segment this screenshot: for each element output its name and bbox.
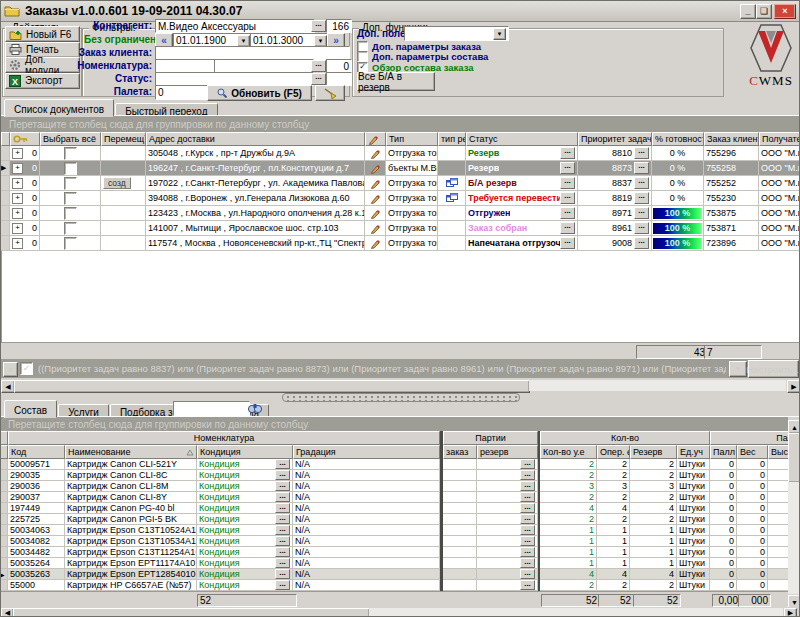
status-picker-button[interactable]: ... <box>311 73 326 85</box>
item-cell-height[interactable] <box>768 514 788 525</box>
item-cell-qty[interactable]: 1 <box>540 558 597 569</box>
item-cell-height[interactable] <box>768 547 788 558</box>
order-cell-ready[interactable]: 0 % <box>652 176 704 191</box>
item-cell-unit[interactable]: Штуки <box>677 492 710 503</box>
orders-hscroll-thumb[interactable] <box>14 380 530 393</box>
condition-picker-button[interactable]: ... <box>275 492 290 502</box>
orders-column-header-ready[interactable]: % готовности <box>652 132 704 146</box>
order-cell-address[interactable]: 141007 , Мытищи , Ярославское шос. стр.1… <box>146 221 365 236</box>
item-cell-party_order[interactable] <box>443 580 477 591</box>
row-checkbox[interactable] <box>64 177 77 190</box>
item-cell-oper[interactable]: 1 <box>597 525 630 536</box>
item-cell-code[interactable]: 50034082 <box>8 536 65 547</box>
order-cell-indicator[interactable] <box>1 146 10 161</box>
item-row[interactable]: 50034482Картридж Epson C13T11254A10Конди… <box>0 547 788 558</box>
item-cell-name[interactable]: Картридж Canon PG-40 bl <box>65 503 197 514</box>
order-cell-indicator[interactable] <box>1 206 10 221</box>
item-cell-weight[interactable]: 0 <box>737 580 768 591</box>
item-cell-weight[interactable]: 0 <box>737 492 768 503</box>
items-column-header-grad[interactable]: Градация <box>293 445 440 459</box>
order-cell-priority[interactable]: 8810... <box>578 146 652 161</box>
item-cell-pall[interactable]: 0 <box>710 514 737 525</box>
item-cell-cond[interactable]: Кондиция... <box>197 547 293 558</box>
status-picker-button[interactable]: ... <box>560 237 575 249</box>
item-cell-height[interactable] <box>768 580 788 591</box>
order-row[interactable]: +0123423 , г.Москва , ул.Народного ополч… <box>1 206 799 221</box>
item-cell-indicator[interactable] <box>0 481 8 492</box>
item-cell-pall[interactable]: 0 <box>710 525 737 536</box>
orders-column-header-restype[interactable]: тип рез <box>438 132 466 146</box>
priority-picker-button[interactable]: ... <box>634 147 649 159</box>
item-row[interactable]: 197449Картридж Canon PG-40 blКондиция...… <box>0 503 788 514</box>
order-cell-address[interactable]: 305048 , г.Курск , пр-т Дружбы д.9А <box>146 146 365 161</box>
priority-picker-button[interactable]: ... <box>634 222 649 234</box>
item-cell-pall[interactable]: 0 <box>710 580 737 591</box>
party-reserve-picker-button[interactable]: ... <box>520 514 535 524</box>
checkbox-unchecked[interactable] <box>357 41 368 52</box>
items-column-header-res[interactable]: Резерв <box>630 445 677 459</box>
scroll-right-icon[interactable]: ▶ <box>787 380 800 393</box>
status-picker-button[interactable]: ... <box>560 192 575 204</box>
item-cell-party_order[interactable] <box>443 569 477 580</box>
items-vscroll-thumb[interactable] <box>788 433 800 483</box>
item-cell-height[interactable] <box>768 492 788 503</box>
party-reserve-picker-button[interactable]: ... <box>520 547 535 557</box>
order-cell-restype[interactable] <box>438 161 466 176</box>
item-row[interactable]: 225725Картридж Canon PGI-5 BKКондиция...… <box>0 514 788 525</box>
order-cell-address[interactable]: 123423 , г.Москва , ул.Народного ополчен… <box>146 206 365 221</box>
item-cell-weight[interactable]: 0 <box>737 459 768 470</box>
pencil-icon[interactable] <box>370 223 381 234</box>
order-cell-status[interactable]: Отгружен... <box>466 206 578 221</box>
item-cell-indicator[interactable] <box>0 514 8 525</box>
order-cell-indicator[interactable]: ▶ <box>1 161 10 176</box>
item-cell-oper[interactable]: 2 <box>597 492 630 503</box>
contragent-input[interactable]: М.Видео Аксессуары <box>155 19 315 33</box>
orders-column-header-order[interactable]: Заказ клиента <box>704 132 759 146</box>
item-cell-indicator[interactable] <box>0 558 8 569</box>
pallet-input[interactable]: 0 <box>155 85 211 100</box>
item-cell-cond[interactable]: Кондиция... <box>197 470 293 481</box>
status-input[interactable] <box>155 72 314 86</box>
order-cell-status[interactable]: Требуется перевести в резерв... <box>466 191 578 206</box>
contragent-picker-button[interactable]: ... <box>311 20 326 32</box>
item-cell-indicator[interactable] <box>0 536 8 547</box>
row-expander-icon[interactable]: + <box>12 178 23 189</box>
row-checkbox[interactable] <box>64 207 77 220</box>
cascade-windows-icon[interactable] <box>446 193 458 203</box>
item-cell-res[interactable]: 1 <box>630 536 677 547</box>
order-row[interactable]: +0созд197022 , г.Санкт-Петербург , ул. А… <box>1 176 799 191</box>
priority-picker-button[interactable]: ... <box>634 162 649 174</box>
items-column-header-weight[interactable]: Вес <box>737 445 768 459</box>
checkbox-unchecked[interactable] <box>357 51 368 62</box>
item-cell-party_order[interactable] <box>443 481 477 492</box>
item-cell-name[interactable]: Картридж Epson C13T10534A10 <box>65 536 197 547</box>
item-cell-party_order[interactable] <box>443 558 477 569</box>
items-group-header-qty[interactable]: Кол-во <box>540 431 710 445</box>
item-cell-code[interactable]: 55000 <box>8 580 65 591</box>
condition-picker-button[interactable]: ... <box>275 536 290 546</box>
find-button[interactable] <box>247 402 264 415</box>
item-cell-qty[interactable]: 1 <box>540 536 597 547</box>
status-picker-button[interactable]: ... <box>560 222 575 234</box>
item-cell-unit[interactable]: Штуки <box>677 514 710 525</box>
item-cell-party_reserve[interactable]: ... <box>477 536 538 547</box>
order-cell-priority[interactable]: 8961... <box>578 221 652 236</box>
order-cell-move[interactable] <box>101 191 146 206</box>
item-cell-res[interactable]: 1 <box>630 547 677 558</box>
order-cell-priority[interactable]: 8873... <box>578 161 652 176</box>
item-cell-height[interactable] <box>768 525 788 536</box>
item-cell-res[interactable]: 2 <box>630 459 677 470</box>
order-cell-indicator[interactable] <box>1 176 10 191</box>
order-cell-select[interactable] <box>40 221 101 236</box>
dop-field-combo[interactable]: ▼ <box>404 26 509 41</box>
order-cell-ready[interactable]: 0 % <box>652 146 704 161</box>
item-cell-unit[interactable]: Штуки <box>677 470 710 481</box>
order-cell-ready[interactable]: 100 % <box>652 206 704 221</box>
item-cell-indicator[interactable] <box>0 503 8 514</box>
item-cell-cond[interactable]: Кондиция... <box>197 459 293 470</box>
row-expander-icon[interactable]: + <box>12 208 23 219</box>
order-cell-edit[interactable] <box>365 176 386 191</box>
item-cell-unit[interactable]: Штуки <box>677 459 710 470</box>
item-cell-party_reserve[interactable]: ... <box>477 503 538 514</box>
item-cell-party_order[interactable] <box>443 459 477 470</box>
